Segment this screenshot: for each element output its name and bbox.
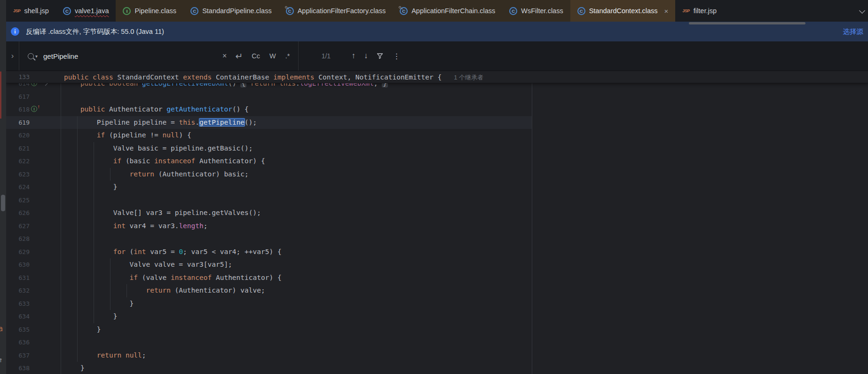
code-token: Context, NotificationEmitter { — [318, 73, 442, 81]
code-token: } — [97, 326, 101, 333]
code-line-632[interactable]: 632return (Authenticator) valve; — [6, 284, 868, 297]
line-number: 627 — [6, 220, 30, 233]
tab-filter.jsp[interactable]: JSPfilter.jsp — [675, 0, 724, 22]
ide-window: a ↑ JSPshell.jspCvalve1.javaIPipeline.cl… — [0, 0, 868, 374]
editor-tab-bar: JSPshell.jspCvalve1.javaIPipeline.classC… — [6, 0, 868, 22]
more-options-icon[interactable]: ⋮ — [393, 52, 400, 61]
code-line-634[interactable]: 634} — [6, 310, 868, 323]
tab-label: filter.jsp — [694, 7, 717, 15]
line-number: 628 — [6, 232, 30, 246]
tab-shell.jsp[interactable]: JSPshell.jsp — [6, 0, 56, 22]
stripe-scroll-thumb[interactable] — [1, 195, 5, 211]
code-line-619[interactable]: 619Pipeline pipeline = this.getPipeline(… — [6, 116, 868, 129]
code-line-635[interactable]: 635} — [6, 323, 868, 336]
sticky-line-number: 133 — [6, 71, 30, 83]
newline-icon[interactable]: ↵ — [235, 51, 243, 62]
next-occurrence-icon[interactable]: ↓ — [364, 51, 368, 61]
code-line-631[interactable]: 631if (valve instanceof Authenticator) { — [6, 271, 868, 285]
code-token: . — [195, 119, 199, 126]
code-token: length — [179, 222, 203, 230]
close-tab-icon[interactable]: × — [664, 8, 669, 15]
code-line-628[interactable]: 628 — [6, 232, 868, 246]
tab-ApplicationFilterFactory.class[interactable]: CApplicationFilterFactory.class — [279, 0, 393, 22]
regex-toggle[interactable]: .* — [285, 52, 290, 60]
code-line-618[interactable]: 618I↑public Authenticator getAuthenticat… — [6, 103, 868, 116]
indent-guide — [77, 155, 78, 168]
indent-guide — [77, 297, 78, 310]
jsp-file-icon: JSP — [682, 8, 690, 13]
find-toolbar: › ▾ × ↵ Cc W .* 1/1 ↑ ↓ ⋮ — [6, 41, 868, 71]
indent-guide — [110, 258, 110, 271]
expand-replace-chevron-icon[interactable]: › — [6, 51, 19, 61]
code-line-637[interactable]: 637return null; — [6, 349, 868, 362]
code-token: 0 — [179, 248, 183, 255]
code-text: } — [113, 181, 118, 194]
indent-guide — [77, 349, 78, 362]
code-token: getAuthenticator — [166, 105, 232, 113]
code-line-625[interactable]: 625 — [6, 194, 868, 207]
tab-scrollbar-thumb[interactable] — [689, 22, 805, 24]
inheritors-hint[interactable]: 1 个继承者 — [454, 74, 483, 81]
tab-StandardContext.class[interactable]: CStandardContext.class× — [570, 0, 676, 22]
previous-occurrence-icon[interactable]: ↑ — [351, 51, 355, 61]
indent-guide — [94, 220, 94, 233]
tab-label: StandardContext.class — [589, 7, 658, 15]
indent-guide — [77, 336, 78, 349]
code-line-617[interactable]: 617 — [6, 90, 868, 103]
line-number: 637 — [6, 349, 30, 362]
match-case-toggle[interactable]: Cc — [252, 52, 260, 60]
code-line-627[interactable]: 627int var4 = var3.length; — [6, 220, 868, 233]
sticky-class-header[interactable]: 133 public class StandardContext extends… — [6, 71, 868, 83]
words-toggle[interactable]: W — [269, 52, 276, 60]
class-file-icon: C — [63, 7, 71, 15]
code-line-633[interactable]: 633} — [6, 297, 868, 310]
code-text: Pipeline pipeline = this.getPipeline(); — [97, 116, 257, 129]
indent-guide — [61, 129, 61, 142]
code-line-629[interactable]: 629for (int var5 = 0; var5 < var4; ++var… — [6, 246, 868, 259]
code-token: int — [113, 222, 130, 230]
code-token: ; var5 < var4; ++var5) { — [183, 248, 282, 255]
indent-guide — [77, 246, 78, 259]
tab-ApplicationFilterChain.class[interactable]: CApplicationFilterChain.class — [393, 0, 502, 22]
indent-guide — [94, 246, 94, 259]
search-input[interactable] — [43, 52, 218, 60]
code-token: return — [146, 286, 175, 294]
indent-guide — [61, 168, 61, 181]
code-line-620[interactable]: 620if (pipeline != null) { — [6, 129, 868, 142]
indent-guide — [77, 168, 78, 181]
line-number: 633 — [6, 297, 30, 310]
code-line-626[interactable]: 626Valve[] var3 = pipeline.getValves(); — [6, 207, 868, 220]
code-line-630[interactable]: 630Valve valve = var3[var5]; — [6, 258, 868, 271]
line-number: 631 — [6, 271, 30, 285]
code-token: Pipeline pipeline = — [97, 119, 179, 126]
indent-guide — [126, 284, 127, 297]
tab-valve1.java[interactable]: Cvalve1.java — [56, 0, 116, 22]
implements-gutter-icon[interactable]: I↑ — [31, 106, 37, 112]
clear-search-icon[interactable]: × — [222, 52, 227, 60]
code-line-622[interactable]: 622if (basic instanceof Authenticator) { — [6, 155, 868, 168]
search-history-chevron-icon[interactable]: ▾ — [35, 54, 38, 59]
indent-guide — [94, 284, 94, 297]
indent-guide — [61, 258, 61, 271]
tab-Pipeline.class[interactable]: IPipeline.class — [116, 0, 183, 22]
code-token: var4 = var3. — [130, 222, 179, 230]
code-token: Authenticator) { — [199, 157, 265, 165]
choose-sources-link[interactable]: 选择源 — [843, 27, 864, 36]
indent-guide — [110, 297, 110, 310]
search-icon[interactable] — [28, 53, 34, 59]
code-line-621[interactable]: 621Valve basic = pipeline.getBasic(); — [6, 142, 868, 155]
tab-StandardPipeline.class[interactable]: CStandardPipeline.class — [183, 0, 279, 22]
indent-guide — [94, 168, 94, 181]
tab-WsFilter.class[interactable]: CWsFilter.class — [502, 0, 570, 22]
editor-pane[interactable]: 614I↑public boolean getLogEffectiveWebXm… — [6, 71, 868, 374]
code-text: Valve basic = pipeline.getBasic(); — [113, 142, 253, 155]
code-line-636[interactable]: 636 — [6, 336, 868, 349]
code-text: } — [97, 323, 101, 336]
code-line-638[interactable]: 638} — [6, 362, 868, 374]
line-number: 621 — [6, 142, 30, 155]
code-line-623[interactable]: 623return (Authenticator) basic; — [6, 168, 868, 181]
code-token: return — [130, 170, 158, 178]
filter-search-icon[interactable] — [376, 52, 384, 60]
code-line-624[interactable]: 624} — [6, 181, 868, 194]
indent-guide — [61, 297, 61, 310]
